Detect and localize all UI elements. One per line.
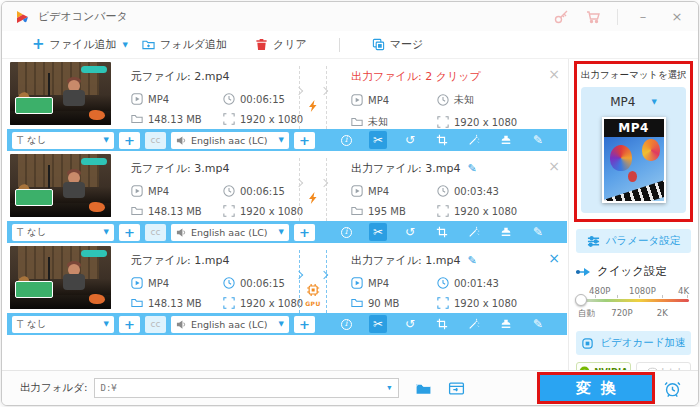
clear-button[interactable]: クリア bbox=[255, 37, 307, 52]
format-panel: MP4 ▼ MP4 bbox=[581, 87, 686, 213]
watermark-button[interactable] bbox=[497, 131, 515, 149]
output-folder-label: 出力フォルダ: bbox=[20, 381, 88, 395]
source-file-title: 元ファイル: 3.mp4 bbox=[131, 161, 291, 176]
add-subtitle-button[interactable]: + bbox=[119, 132, 140, 149]
output-resolution-value: 1920 x 1080 bbox=[454, 206, 517, 217]
plus-icon: + bbox=[32, 37, 45, 52]
edit-button[interactable]: ✎ bbox=[529, 131, 547, 149]
output-folder-select[interactable]: D:¥ ▼ bbox=[94, 378, 399, 398]
slider-handle[interactable] bbox=[575, 294, 587, 306]
add-audio-button[interactable]: + bbox=[294, 224, 315, 241]
quality-slider[interactable]: 480P 1080P 4K 自動 720P 2K bbox=[578, 286, 689, 324]
watermark-button[interactable] bbox=[497, 223, 515, 241]
resolution-icon bbox=[223, 297, 235, 309]
minimize-button[interactable]: – bbox=[634, 9, 652, 24]
video-thumbnail[interactable] bbox=[10, 62, 111, 125]
effects-button[interactable] bbox=[465, 315, 483, 333]
chevron-down-icon: ▼ bbox=[104, 136, 109, 144]
clock-icon bbox=[223, 93, 235, 105]
chevron-down-icon: ▼ bbox=[104, 320, 109, 328]
output-duration-value: 00:03:43 bbox=[454, 186, 499, 197]
cc-settings-button[interactable]: cc bbox=[145, 224, 166, 241]
cart-icon[interactable] bbox=[585, 9, 601, 25]
rotate-button[interactable]: ↺ bbox=[401, 223, 419, 241]
subtitle-select[interactable]: Tなし▼ bbox=[12, 316, 114, 333]
rename-pen-icon[interactable]: ✎ bbox=[467, 162, 476, 175]
browse-folder-icon[interactable] bbox=[415, 380, 432, 397]
add-file-dropdown-caret[interactable]: ▼ bbox=[123, 41, 128, 49]
parameter-settings-button[interactable]: パラメータ設定 bbox=[576, 229, 691, 253]
file-row-1mp4: 元ファイル: 1.mp4 MP4 00:06:15 148.13 MB 1920… bbox=[2, 243, 572, 335]
audio-track-select[interactable]: English aac (LC)▼ bbox=[171, 224, 289, 241]
audio-track-select[interactable]: English aac (LC)▼ bbox=[171, 132, 289, 149]
remove-file-button[interactable]: × bbox=[548, 67, 560, 81]
add-file-button[interactable]: + ファイル追加 bbox=[32, 37, 117, 52]
conversion-connector bbox=[291, 154, 335, 221]
cut-button[interactable]: ✂ bbox=[369, 223, 387, 241]
format-thumbnail-art bbox=[604, 137, 664, 201]
clock-icon bbox=[437, 185, 449, 197]
slider-tick-label: 2K bbox=[657, 308, 668, 318]
crop-button[interactable] bbox=[433, 131, 451, 149]
info-button[interactable]: i bbox=[337, 223, 355, 241]
remove-file-button[interactable]: × bbox=[548, 251, 560, 265]
cut-button[interactable]: ✂ bbox=[369, 131, 387, 149]
effects-button[interactable] bbox=[465, 223, 483, 241]
edit-button[interactable]: ✎ bbox=[529, 223, 547, 241]
open-output-folder-icon[interactable] bbox=[448, 380, 465, 397]
add-folder-button[interactable]: フォルダ追加 bbox=[142, 37, 227, 52]
format-icon bbox=[351, 277, 363, 289]
add-subtitle-button[interactable]: + bbox=[119, 224, 140, 241]
trash-icon bbox=[255, 38, 268, 51]
video-thumbnail[interactable] bbox=[10, 154, 111, 217]
resolution-icon bbox=[223, 205, 235, 217]
remove-file-button[interactable]: × bbox=[548, 159, 560, 173]
titlebar-divider bbox=[617, 9, 618, 25]
row-edit-bar: Tなし▼ + cc English aac (LC)▼ + i ✂ ↺ ✎ bbox=[7, 313, 567, 335]
output-duration-value: 未知 bbox=[454, 93, 474, 107]
info-button[interactable]: i bbox=[337, 315, 355, 333]
add-subtitle-button[interactable]: + bbox=[119, 316, 140, 333]
chevron-down-icon: ▼ bbox=[279, 136, 284, 144]
quick-arrow-icon bbox=[576, 267, 590, 277]
add-audio-button[interactable]: + bbox=[294, 316, 315, 333]
cc-settings-button[interactable]: cc bbox=[145, 132, 166, 149]
crop-button[interactable] bbox=[433, 315, 451, 333]
close-button[interactable]: × bbox=[668, 9, 686, 24]
cc-settings-button[interactable]: cc bbox=[145, 316, 166, 333]
edit-button[interactable]: ✎ bbox=[529, 315, 547, 333]
rename-pen-icon[interactable]: ✎ bbox=[467, 254, 476, 267]
format-thumbnail[interactable]: MP4 bbox=[602, 117, 666, 203]
video-thumbnail[interactable] bbox=[10, 246, 111, 309]
format-select[interactable]: MP4 ▼ bbox=[581, 95, 686, 109]
subtitle-select[interactable]: Tなし▼ bbox=[12, 224, 114, 241]
convert-button[interactable]: 変換 bbox=[540, 375, 652, 401]
toolbar-divider bbox=[339, 38, 340, 52]
source-format-value: MP4 bbox=[148, 94, 169, 105]
alarm-clock-icon[interactable] bbox=[663, 379, 682, 398]
output-folder-value: D:¥ bbox=[101, 383, 117, 393]
hardware-accel-bolt-icon bbox=[306, 190, 320, 209]
slider-tick-label: 自動 bbox=[578, 308, 595, 320]
info-button[interactable]: i bbox=[337, 131, 355, 149]
watermark-button[interactable] bbox=[497, 315, 515, 333]
effects-button[interactable] bbox=[465, 131, 483, 149]
add-audio-button[interactable]: + bbox=[294, 132, 315, 149]
subtitle-select[interactable]: Tなし▼ bbox=[12, 132, 114, 149]
annotation-box-format: 出力フォーマットを選択 MP4 ▼ MP4 bbox=[574, 61, 693, 222]
rotate-button[interactable]: ↺ bbox=[401, 131, 419, 149]
crop-button[interactable] bbox=[433, 223, 451, 241]
rotate-button[interactable]: ↺ bbox=[401, 315, 419, 333]
output-resolution-value: 1920 x 1080 bbox=[454, 117, 517, 128]
output-duration-value: 00:01:43 bbox=[454, 278, 499, 289]
video-card-accel-button[interactable]: ビデオカード加速 bbox=[576, 331, 691, 355]
row-edit-bar: Tなし▼ + cc English aac (LC)▼ + i ✂ ↺ ✎ bbox=[7, 129, 567, 151]
conversion-connector: GPU bbox=[291, 246, 335, 313]
audio-track-select[interactable]: English aac (LC)▼ bbox=[171, 316, 289, 333]
cut-button[interactable]: ✂ bbox=[369, 315, 387, 333]
merge-button[interactable]: マージ bbox=[372, 37, 424, 52]
bottombar: 出力フォルダ: D:¥ ▼ 変換 bbox=[2, 370, 698, 405]
slider-track[interactable] bbox=[578, 299, 689, 302]
file-row-2mp4: 元ファイル: 2.mp4 MP4 00:06:15 148.13 MB 1920… bbox=[2, 59, 572, 151]
register-key-icon[interactable] bbox=[553, 9, 569, 25]
